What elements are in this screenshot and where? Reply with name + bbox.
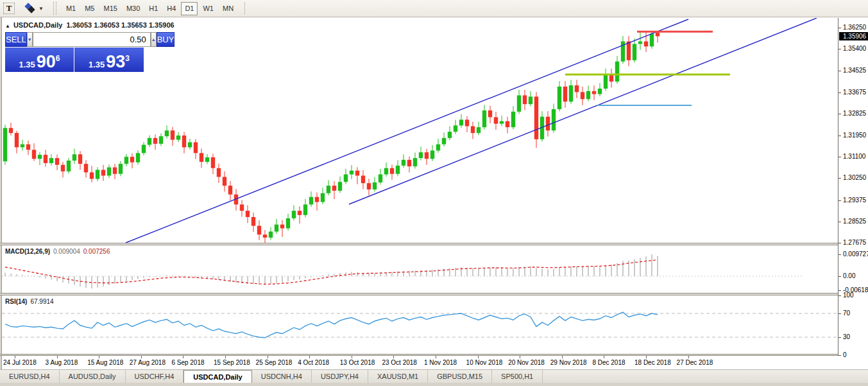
candle-body[interactable] — [563, 87, 567, 101]
candle-body[interactable] — [32, 150, 36, 159]
chart-tab-gbpusd-m15[interactable]: GBPUSD,M15 — [428, 370, 492, 383]
candle-body[interactable] — [223, 177, 226, 186]
chart-tab-usdcnh-h4[interactable]: USDCNH,H4 — [252, 370, 312, 383]
chevron-down-icon[interactable]: ▼ — [38, 6, 44, 12]
timeframe-button-m30[interactable]: M30 — [123, 2, 144, 15]
candle-body[interactable] — [292, 211, 296, 218]
candle-body[interactable] — [194, 143, 198, 154]
candle-body[interactable] — [269, 232, 273, 238]
candle-body[interactable] — [315, 197, 319, 202]
candle-body[interactable] — [176, 136, 180, 140]
candle-body[interactable] — [482, 110, 486, 127]
candle-body[interactable] — [309, 197, 313, 205]
candle-body[interactable] — [552, 109, 556, 130]
candle-body[interactable] — [413, 158, 417, 166]
timeframe-button-h1[interactable]: H1 — [145, 2, 162, 15]
timeframe-button-d1[interactable]: D1 — [181, 2, 198, 15]
candle-body[interactable] — [581, 92, 584, 99]
candle-body[interactable] — [275, 225, 278, 232]
sell-price-display[interactable]: 1.35 90 6 — [5, 48, 74, 72]
candle-body[interactable] — [240, 204, 244, 211]
candle-body[interactable] — [67, 161, 71, 171]
candle-body[interactable] — [44, 155, 47, 163]
candle-body[interactable] — [598, 89, 602, 94]
candle-body[interactable] — [379, 175, 382, 183]
candle-body[interactable] — [546, 117, 550, 130]
timeframe-button-m1[interactable]: M1 — [62, 2, 80, 15]
price-axis[interactable]: 1.362501.354001.345251.336751.328251.319… — [838, 18, 868, 356]
candle-body[interactable] — [465, 119, 469, 126]
candle-body[interactable] — [511, 112, 515, 127]
candle-body[interactable] — [384, 168, 388, 175]
candle-body[interactable] — [604, 74, 608, 89]
chart-tab-usdchf-h4[interactable]: USDCHF,H4 — [126, 370, 184, 383]
candle-body[interactable] — [332, 186, 336, 191]
candle-body[interactable] — [627, 41, 631, 60]
candle-body[interactable] — [506, 121, 509, 127]
candle-body[interactable] — [338, 182, 342, 191]
candle-body[interactable] — [407, 160, 411, 166]
chart-tab-audusd-daily[interactable]: AUDUSD,Daily — [60, 370, 126, 383]
candle-body[interactable] — [656, 33, 660, 37]
candle-body[interactable] — [251, 217, 255, 226]
candle-body[interactable] — [436, 145, 440, 151]
candle-body[interactable] — [72, 154, 76, 161]
chart-tab-eurusd-h4[interactable]: EURUSD,H4 — [0, 370, 60, 383]
candle-body[interactable] — [200, 153, 203, 162]
candle-body[interactable] — [257, 226, 261, 235]
candle-body[interactable] — [159, 136, 163, 144]
candle-body[interactable] — [454, 125, 457, 132]
candle-body[interactable] — [228, 186, 232, 195]
candle-body[interactable] — [124, 157, 128, 164]
sell-button[interactable]: SELL — [5, 32, 27, 47]
timeframe-button-mn[interactable]: MN — [219, 2, 237, 15]
candle-body[interactable] — [419, 152, 423, 158]
candle-body[interactable] — [534, 96, 538, 139]
candle-body[interactable] — [205, 157, 209, 162]
volume-increase-button[interactable]: ▲ — [151, 32, 157, 47]
candle-body[interactable] — [367, 183, 371, 189]
candle-body[interactable] — [246, 211, 250, 217]
candle-body[interactable] — [615, 62, 619, 82]
volume-decrease-button[interactable]: ▼ — [27, 32, 33, 47]
candle-body[interactable] — [471, 127, 475, 134]
candle-body[interactable] — [26, 145, 30, 150]
candle-body[interactable] — [488, 110, 492, 118]
candle-body[interactable] — [592, 91, 596, 94]
candle-body[interactable] — [96, 170, 99, 179]
candle-body[interactable] — [84, 164, 88, 172]
candle-body[interactable] — [390, 168, 394, 174]
candle-body[interactable] — [402, 160, 405, 166]
candle-body[interactable] — [448, 132, 452, 138]
candle-body[interactable] — [15, 133, 19, 147]
rsi-line[interactable] — [5, 312, 658, 338]
candle-body[interactable] — [61, 165, 65, 171]
text-tool-button[interactable]: T — [3, 3, 15, 14]
candle-body[interactable] — [171, 130, 174, 139]
candle-body[interactable] — [21, 145, 24, 148]
buy-price-display[interactable]: 1.35 93 3 — [74, 48, 144, 72]
channel-line-lower[interactable] — [126, 19, 688, 243]
candle-body[interactable] — [303, 204, 307, 215]
candle-body[interactable] — [9, 128, 13, 133]
candle-body[interactable] — [344, 175, 348, 182]
candle-body[interactable] — [136, 153, 140, 162]
candle-body[interactable] — [280, 225, 284, 229]
timeframe-button-m15[interactable]: M15 — [99, 2, 121, 15]
candle-body[interactable] — [148, 138, 151, 145]
candle-body[interactable] — [442, 138, 446, 145]
candle-body[interactable] — [263, 234, 267, 238]
cursor-tool-button[interactable]: ▼ — [24, 2, 46, 15]
candle-body[interactable] — [644, 41, 648, 46]
timeframe-button-m5[interactable]: M5 — [81, 2, 98, 15]
candle-body[interactable] — [188, 143, 192, 148]
candle-body[interactable] — [425, 152, 429, 159]
candle-body[interactable] — [130, 157, 134, 162]
candle-body[interactable] — [586, 91, 590, 100]
candle-body[interactable] — [650, 33, 654, 46]
candle-body[interactable] — [38, 155, 42, 159]
candle-body[interactable] — [575, 85, 579, 92]
timeframe-button-w1[interactable]: W1 — [199, 2, 217, 15]
candle-body[interactable] — [3, 128, 7, 161]
channel-line-upper[interactable] — [349, 18, 817, 204]
